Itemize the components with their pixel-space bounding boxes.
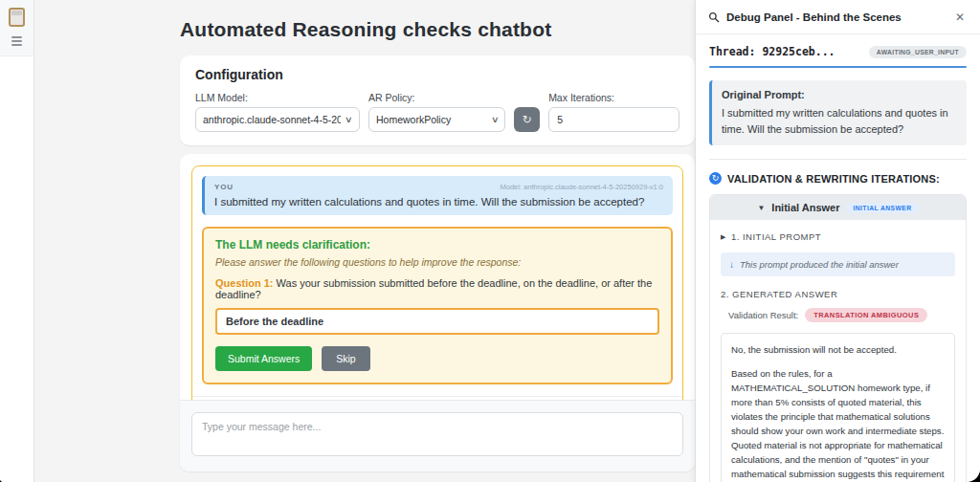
llm-model-select[interactable]: anthropic.claude-sonnet-4-5-20250929-v1:… xyxy=(195,107,360,132)
ar-policy-select[interactable]: HomeworkPolicy ∨ xyxy=(368,107,505,132)
original-prompt-box: Original Prompt: I submitted my written … xyxy=(709,80,967,145)
iteration-label: Initial Answer xyxy=(771,202,839,213)
chat-panel: YOU Model: anthropic.claude-sonnet-4-5-2… xyxy=(180,154,695,471)
status-badge: AWAITING_USER_INPUT xyxy=(869,46,967,58)
clarification-answer-input[interactable] xyxy=(215,308,659,335)
validation-result-label: Validation Result: xyxy=(728,310,798,320)
conversation-turn: YOU Model: anthropic.claude-sonnet-4-5-2… xyxy=(191,165,683,400)
generated-answer-box: No, the submission will not be accepted.… xyxy=(721,333,955,482)
llm-model-value: anthropic.claude-sonnet-4-5-20250929-v1:… xyxy=(203,114,341,125)
magnifier-icon xyxy=(708,11,720,23)
submit-answers-button[interactable]: Submit Answers xyxy=(215,346,312,371)
chat-input-bar xyxy=(180,400,695,471)
divider xyxy=(709,159,967,160)
section-initial-prompt[interactable]: ▶ 1. INITIAL PROMPT xyxy=(721,231,955,242)
prompt-note-text: This prompt produced the initial answer xyxy=(740,259,899,270)
iteration-card-body: ▶ 1. INITIAL PROMPT ↓ This prompt produc… xyxy=(710,220,966,482)
expand-icon: ▶ xyxy=(721,233,726,241)
max-iterations-input[interactable] xyxy=(548,107,679,132)
clarification-subtitle: Please answer the following questions to… xyxy=(215,256,659,268)
generated-answer-paragraph: No, the submission will not be accepted. xyxy=(731,342,945,357)
clarification-actions: Submit Answers Skip xyxy=(215,346,659,371)
main-area: Automated Reasoning checks chatbot Confi… xyxy=(34,0,695,482)
sender-label: YOU xyxy=(214,183,234,191)
model-tag: Model: anthropic.claude-sonnet-4-5-20250… xyxy=(500,183,663,191)
max-iterations-field: Max Iterations: xyxy=(548,92,679,132)
ar-policy-value: HomeworkPolicy xyxy=(376,114,487,125)
user-message: YOU Model: anthropic.claude-sonnet-4-5-2… xyxy=(202,176,673,215)
thread-underline xyxy=(709,66,967,68)
chevron-down-icon: ∨ xyxy=(491,115,500,124)
skip-button[interactable]: Skip xyxy=(322,346,369,371)
configuration-title: Configuration xyxy=(195,67,679,82)
message-list: YOU Model: anthropic.claude-sonnet-4-5-2… xyxy=(180,154,695,400)
user-message-text: I submitted my written calculations and … xyxy=(214,196,663,208)
generated-answer-paragraph: Based on the rules, for a MATHEMATICAL_S… xyxy=(731,366,945,482)
question-text: Was your submission submitted before the… xyxy=(215,277,652,300)
section-generated-answer-label: 2. GENERATED ANSWER xyxy=(721,289,837,299)
content-column: Automated Reasoning checks chatbot Confi… xyxy=(180,0,695,482)
arrow-down-icon: ↓ xyxy=(729,259,734,270)
refresh-policy-button[interactable]: ↻ xyxy=(514,107,540,132)
chat-message-input[interactable] xyxy=(191,412,683,456)
llm-model-field: LLM Model: anthropic.claude-sonnet-4-5-2… xyxy=(195,92,360,132)
section-initial-prompt-label: 1. INITIAL PROMPT xyxy=(731,231,821,242)
clarification-box: The LLM needs clarification: Please answ… xyxy=(202,227,673,384)
menu-icon[interactable] xyxy=(11,36,22,46)
iterations-header: ↻ VALIDATION & REWRITING ITERATIONS: xyxy=(709,172,967,185)
prompt-note: ↓ This prompt produced the initial answe… xyxy=(721,252,955,276)
question-label: Question 1: xyxy=(215,277,274,289)
thread-row: Thread: 92925ceb... AWAITING_USER_INPUT xyxy=(709,45,967,58)
sidebar-top xyxy=(0,0,33,56)
llm-model-label: LLM Model: xyxy=(195,92,360,103)
configuration-panel: Configuration LLM Model: anthropic.claud… xyxy=(180,55,695,145)
chevron-down-icon: ∨ xyxy=(345,115,353,124)
app-window: Automated Reasoning checks chatbot Confi… xyxy=(0,0,980,482)
close-icon[interactable]: ✕ xyxy=(952,9,968,26)
debug-panel-body: Thread: 92925ceb... AWAITING_USER_INPUT … xyxy=(696,34,980,482)
sidebar xyxy=(0,0,34,482)
clarification-title: The LLM needs clarification: xyxy=(215,238,659,252)
debug-panel-header: Debug Panel - Behind the Scenes ✕ xyxy=(696,0,980,34)
debug-panel-title: Debug Panel - Behind the Scenes xyxy=(726,11,946,23)
iterations-title: VALIDATION & REWRITING ITERATIONS: xyxy=(727,173,940,185)
section-generated-answer: 2. GENERATED ANSWER xyxy=(721,289,955,299)
original-prompt-label: Original Prompt: xyxy=(722,89,957,100)
notebook-icon[interactable] xyxy=(9,8,25,27)
thread-label: Thread: 92925ceb... xyxy=(709,45,835,58)
iteration-badge: INITIAL ANSWER xyxy=(846,203,918,213)
ar-policy-label: AR Policy: xyxy=(368,92,505,103)
refresh-icon: ↻ xyxy=(523,113,532,126)
max-iterations-label: Max Iterations: xyxy=(548,92,679,103)
page-title: Automated Reasoning checks chatbot xyxy=(180,18,695,41)
debug-panel: Debug Panel - Behind the Scenes ✕ Thread… xyxy=(695,0,980,482)
original-prompt-text: I submitted my written calculations and … xyxy=(722,105,957,137)
validation-result-badge: TRANSLATION AMBIGUOUS xyxy=(805,308,927,322)
user-message-header: YOU Model: anthropic.claude-sonnet-4-5-2… xyxy=(214,183,663,191)
iteration-card: ▼ Initial Answer INITIAL ANSWER ▶ 1. INI… xyxy=(709,194,967,482)
configuration-fields: LLM Model: anthropic.claude-sonnet-4-5-2… xyxy=(195,92,679,132)
ar-policy-field: AR Policy: HomeworkPolicy ∨ xyxy=(368,92,505,132)
collapse-icon: ▼ xyxy=(757,204,765,212)
iteration-card-header[interactable]: ▼ Initial Answer INITIAL ANSWER xyxy=(710,195,966,220)
clarification-question: Question 1: Was your submission submitte… xyxy=(215,277,659,300)
validation-result-row: Validation Result: TRANSLATION AMBIGUOUS xyxy=(721,308,955,322)
sync-icon: ↻ xyxy=(709,172,722,185)
